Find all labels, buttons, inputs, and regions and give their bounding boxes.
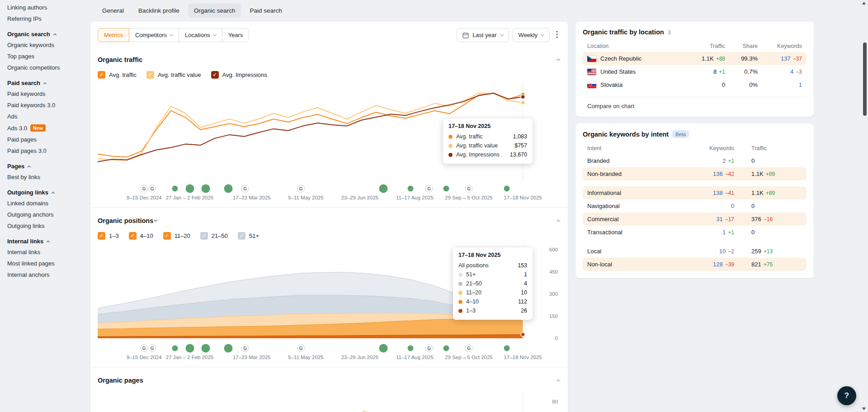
date-range-dropdown[interactable]: Last year [457, 28, 509, 42]
update-dot-icon[interactable] [202, 344, 210, 353]
organic-positions-chart[interactable]: 6004503001500 17–18 Nov 2025 All positio… [98, 245, 544, 341]
intent-row[interactable]: Commercial31−17376−16 [583, 213, 807, 226]
google-update-icon[interactable]: G [297, 185, 305, 193]
sidebar-item-top-pages[interactable]: Top pages [7, 51, 87, 62]
scroll-up-arrow[interactable] [862, 2, 866, 5]
competitors-dropdown[interactable]: Competitors [129, 28, 179, 42]
location-row[interactable]: United States8+10.7%4−3 [583, 65, 807, 78]
intent-row[interactable]: Transactional1+10 [583, 226, 807, 239]
google-update-icon[interactable]: G [425, 345, 433, 352]
sidebar-item-ads-3-0[interactable]: Ads 3.0New [7, 122, 87, 134]
update-dot-icon[interactable] [407, 346, 413, 351]
legend-toggle-avg-traffic-value[interactable]: ✓Avg. traffic value [146, 71, 201, 79]
update-dot-icon[interactable] [443, 186, 449, 192]
intent-row[interactable]: Non-local128−39821+75 [583, 258, 807, 271]
legend-toggle-avg-impressions[interactable]: ✓Avg. Impressions [211, 71, 267, 79]
intent-row[interactable]: Informational138−411.1K+89 [583, 186, 807, 199]
keywords-value[interactable]: 1 [722, 229, 726, 236]
sidebar-item-paid-pages-3-0[interactable]: Paid pages 3.0 [7, 145, 87, 156]
intent-row[interactable]: Non-branded136−421.1K+89 [583, 167, 807, 180]
locations-dropdown[interactable]: Locations [179, 28, 222, 42]
sidebar-section-pages[interactable]: Pages [7, 163, 87, 170]
update-dot-icon[interactable] [224, 185, 233, 193]
sidebar-section-organic-search[interactable]: Organic search [7, 31, 87, 38]
sidebar-item-ads[interactable]: Ads [7, 111, 87, 122]
sidebar-item-outgoing-links[interactable]: Outgoing links [7, 220, 87, 232]
collapse-section-button[interactable] [556, 54, 561, 66]
organic-traffic-chart[interactable]: 17–18 Nov 2025 Avg. traffic1,083Avg. tra… [98, 84, 544, 181]
update-dot-icon[interactable] [185, 185, 194, 193]
legend-toggle-11-20[interactable]: ✓11–20 [163, 232, 190, 240]
keywords-value[interactable]: 128 [713, 261, 723, 268]
collapse-section-button[interactable] [556, 374, 561, 386]
keywords-value[interactable]: 138 [713, 189, 723, 196]
years-button[interactable]: Years [222, 28, 250, 42]
google-update-icon[interactable]: G [241, 345, 249, 352]
keywords-value[interactable]: 1 [799, 81, 802, 88]
location-row[interactable]: Czech Republic1.1K+8899.3%137−37 [583, 52, 807, 65]
organic-pages-chart[interactable]: 80 [98, 393, 544, 412]
update-dot-icon[interactable] [379, 344, 388, 353]
google-update-icon[interactable]: G [465, 185, 473, 193]
sidebar-item-organic-keywords[interactable]: Organic keywords [7, 39, 87, 51]
google-update-icon[interactable]: G [140, 345, 148, 352]
keywords-value[interactable]: 31 [716, 216, 722, 223]
chevron-down-icon[interactable] [154, 218, 157, 222]
more-options-button[interactable] [553, 29, 561, 41]
google-update-icon[interactable]: G [148, 345, 156, 352]
help-button[interactable]: ? [837, 386, 856, 405]
sidebar-section-outgoing-links[interactable]: Outgoing links [7, 189, 87, 196]
sidebar-section-internal-links[interactable]: Internal links [7, 238, 87, 245]
location-row[interactable]: Slovakia00%1 [583, 78, 807, 91]
update-dot-icon[interactable] [443, 346, 449, 351]
sidebar-item-organic-competitors[interactable]: Organic competitors [7, 62, 87, 73]
keywords-value[interactable]: 137 [781, 55, 791, 62]
sidebar-item-linked-domains[interactable]: Linked domains [7, 198, 87, 209]
keywords-value[interactable]: 10 [719, 248, 726, 255]
scroll-down-arrow[interactable] [862, 407, 866, 410]
legend-toggle-51[interactable]: ✓51+ [238, 232, 259, 240]
update-dot-icon[interactable] [504, 186, 510, 192]
compare-on-chart-link[interactable]: Compare on chart [583, 97, 807, 109]
sidebar-item-paid-keywords[interactable]: Paid keywords [7, 88, 87, 99]
sidebar-item-best-by-links[interactable]: Best by links [7, 171, 87, 183]
sidebar-item-paid-pages[interactable]: Paid pages [7, 134, 87, 145]
keywords-value[interactable]: 0 [731, 203, 734, 209]
intent-row[interactable]: Branded2+10 [583, 154, 807, 167]
update-dot-icon[interactable] [407, 186, 413, 192]
google-update-icon[interactable]: G [148, 185, 156, 193]
update-dot-icon[interactable] [172, 186, 178, 192]
legend-toggle-1-3[interactable]: ✓1–3 [98, 232, 119, 240]
sidebar-item-linking-authors[interactable]: Linking authors [7, 2, 87, 13]
update-dot-icon[interactable] [224, 344, 233, 353]
google-update-icon[interactable]: G [297, 345, 305, 352]
intent-row[interactable]: Navigational00 [583, 199, 807, 213]
collapse-section-button[interactable] [556, 215, 561, 227]
metrics-button[interactable]: Metrics [98, 28, 129, 42]
sidebar-item-most-linked-pages[interactable]: Most linked pages [7, 258, 87, 269]
intent-row[interactable]: Local10−2259+13 [583, 245, 807, 258]
update-dot-icon[interactable] [202, 185, 210, 193]
update-dot-icon[interactable] [172, 346, 178, 351]
tab-backlink-profile[interactable]: Backlink profile [132, 4, 185, 18]
update-dot-icon[interactable] [379, 185, 388, 193]
sidebar-item-paid-keywords-3-0[interactable]: Paid keywords 3.0 [7, 99, 87, 111]
granularity-dropdown[interactable]: Weekly [513, 28, 550, 42]
sidebar-item-referring-ips[interactable]: Referring IPs [7, 13, 87, 24]
tab-paid-search[interactable]: Paid search [244, 4, 288, 18]
keywords-value[interactable]: 4 [790, 68, 793, 75]
update-dot-icon[interactable] [185, 344, 194, 353]
sidebar-item-internal-anchors[interactable]: Internal anchors [7, 269, 87, 280]
tab-general[interactable]: General [96, 4, 130, 18]
sidebar-item-internal-links[interactable]: Internal links [7, 246, 87, 258]
legend-toggle-4-10[interactable]: ✓4–10 [129, 232, 153, 240]
scrollbar-thumb[interactable] [863, 43, 867, 116]
google-update-icon[interactable]: G [465, 345, 473, 352]
google-update-icon[interactable]: G [140, 185, 148, 193]
google-update-icon[interactable]: G [425, 185, 433, 193]
legend-toggle-avg-traffic[interactable]: ✓Avg. traffic [98, 71, 137, 79]
google-update-icon[interactable]: G [241, 185, 249, 193]
keywords-value[interactable]: 136 [713, 170, 723, 177]
update-dot-icon[interactable] [504, 346, 510, 351]
legend-toggle-21-50[interactable]: ✓21–50 [200, 232, 228, 240]
